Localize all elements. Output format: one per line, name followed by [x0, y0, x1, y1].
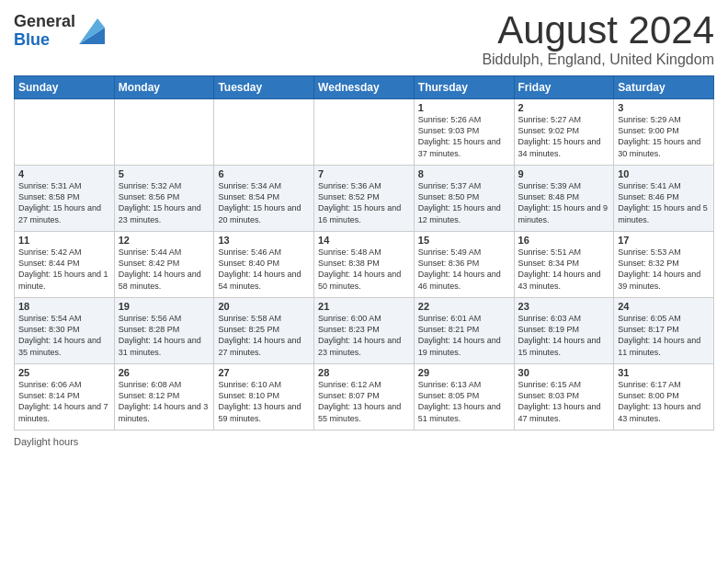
- day-number: 11: [18, 235, 110, 246]
- calendar-week-row: 1Sunrise: 5:26 AMSunset: 9:03 PMDaylight…: [15, 99, 714, 166]
- calendar-cell: 11Sunrise: 5:42 AMSunset: 8:44 PMDayligh…: [15, 232, 115, 298]
- day-info: Sunrise: 5:56 AMSunset: 8:28 PMDaylight:…: [119, 313, 210, 358]
- calendar-header-friday: Friday: [514, 76, 614, 99]
- day-number: 27: [218, 367, 310, 378]
- day-info: Sunrise: 6:00 AMSunset: 8:23 PMDaylight:…: [318, 313, 410, 358]
- day-number: 8: [418, 168, 510, 179]
- footer-note: Daylight hours: [14, 436, 714, 447]
- calendar-header-tuesday: Tuesday: [214, 76, 314, 99]
- day-number: 5: [119, 168, 210, 179]
- day-number: 29: [418, 367, 510, 378]
- day-info: Sunrise: 5:27 AMSunset: 9:02 PMDaylight:…: [518, 114, 610, 159]
- day-info: Sunrise: 6:13 AMSunset: 8:05 PMDaylight:…: [418, 379, 510, 424]
- calendar-cell: 4Sunrise: 5:31 AMSunset: 8:58 PMDaylight…: [15, 166, 115, 232]
- day-info: Sunrise: 5:34 AMSunset: 8:54 PMDaylight:…: [218, 180, 310, 225]
- calendar-cell: 17Sunrise: 5:53 AMSunset: 8:32 PMDayligh…: [614, 232, 714, 298]
- logo-icon: [79, 18, 105, 44]
- calendar-cell: 6Sunrise: 5:34 AMSunset: 8:54 PMDaylight…: [214, 166, 314, 232]
- calendar-week-row: 18Sunrise: 5:54 AMSunset: 8:30 PMDayligh…: [15, 298, 714, 364]
- calendar-cell: 3Sunrise: 5:29 AMSunset: 9:00 PMDaylight…: [614, 99, 714, 166]
- day-number: 1: [418, 102, 510, 113]
- day-info: Sunrise: 6:06 AMSunset: 8:14 PMDaylight:…: [18, 379, 110, 424]
- calendar-cell: 10Sunrise: 5:41 AMSunset: 8:46 PMDayligh…: [614, 166, 714, 232]
- calendar-cell: 19Sunrise: 5:56 AMSunset: 8:28 PMDayligh…: [114, 298, 214, 364]
- calendar-cell: 18Sunrise: 5:54 AMSunset: 8:30 PMDayligh…: [15, 298, 115, 364]
- day-number: 2: [518, 102, 610, 113]
- day-info: Sunrise: 5:48 AMSunset: 8:38 PMDaylight:…: [318, 247, 410, 292]
- day-info: Sunrise: 5:29 AMSunset: 9:00 PMDaylight:…: [618, 114, 710, 159]
- day-number: 15: [418, 235, 510, 246]
- calendar-cell: 20Sunrise: 5:58 AMSunset: 8:25 PMDayligh…: [214, 298, 314, 364]
- calendar-cell: [15, 99, 115, 166]
- calendar-cell: 27Sunrise: 6:10 AMSunset: 8:10 PMDayligh…: [214, 364, 314, 431]
- calendar-cell: 25Sunrise: 6:06 AMSunset: 8:14 PMDayligh…: [15, 364, 115, 431]
- day-info: Sunrise: 5:58 AMSunset: 8:25 PMDaylight:…: [218, 313, 310, 358]
- title-area: August 2024 Biddulph, England, United Ki…: [482, 9, 714, 68]
- calendar-cell: 14Sunrise: 5:48 AMSunset: 8:38 PMDayligh…: [314, 232, 415, 298]
- day-info: Sunrise: 5:49 AMSunset: 8:36 PMDaylight:…: [418, 247, 510, 292]
- day-info: Sunrise: 5:51 AMSunset: 8:34 PMDaylight:…: [518, 247, 610, 292]
- day-number: 24: [618, 301, 710, 312]
- day-info: Sunrise: 5:42 AMSunset: 8:44 PMDaylight:…: [18, 247, 110, 292]
- calendar-cell: 7Sunrise: 5:36 AMSunset: 8:52 PMDaylight…: [314, 166, 415, 232]
- calendar-cell: 15Sunrise: 5:49 AMSunset: 8:36 PMDayligh…: [414, 232, 514, 298]
- calendar-cell: 23Sunrise: 6:03 AMSunset: 8:19 PMDayligh…: [514, 298, 614, 364]
- calendar-table: SundayMondayTuesdayWednesdayThursdayFrid…: [14, 75, 714, 431]
- calendar-header-thursday: Thursday: [414, 76, 514, 99]
- day-info: Sunrise: 6:08 AMSunset: 8:12 PMDaylight:…: [119, 379, 210, 424]
- calendar-cell: 2Sunrise: 5:27 AMSunset: 9:02 PMDaylight…: [514, 99, 614, 166]
- calendar-cell: 21Sunrise: 6:00 AMSunset: 8:23 PMDayligh…: [314, 298, 415, 364]
- day-info: Sunrise: 6:03 AMSunset: 8:19 PMDaylight:…: [518, 313, 610, 358]
- day-number: 17: [618, 235, 710, 246]
- calendar-cell: 28Sunrise: 6:12 AMSunset: 8:07 PMDayligh…: [314, 364, 415, 431]
- day-info: Sunrise: 6:10 AMSunset: 8:10 PMDaylight:…: [218, 379, 310, 424]
- calendar-header-sunday: Sunday: [15, 76, 115, 99]
- calendar-cell: 29Sunrise: 6:13 AMSunset: 8:05 PMDayligh…: [414, 364, 514, 431]
- day-info: Sunrise: 5:54 AMSunset: 8:30 PMDaylight:…: [18, 313, 110, 358]
- day-info: Sunrise: 5:53 AMSunset: 8:32 PMDaylight:…: [618, 247, 710, 292]
- calendar-cell: 9Sunrise: 5:39 AMSunset: 8:48 PMDaylight…: [514, 166, 614, 232]
- day-number: 4: [18, 168, 110, 179]
- day-number: 23: [518, 301, 610, 312]
- day-number: 6: [218, 168, 310, 179]
- day-number: 3: [618, 102, 710, 113]
- day-info: Sunrise: 5:36 AMSunset: 8:52 PMDaylight:…: [318, 180, 410, 225]
- day-info: Sunrise: 5:46 AMSunset: 8:40 PMDaylight:…: [218, 247, 310, 292]
- calendar-cell: [214, 99, 314, 166]
- location-title: Biddulph, England, United Kingdom: [482, 52, 714, 68]
- calendar-cell: 5Sunrise: 5:32 AMSunset: 8:56 PMDaylight…: [114, 166, 214, 232]
- month-title: August 2024: [482, 9, 714, 52]
- calendar-cell: 30Sunrise: 6:15 AMSunset: 8:03 PMDayligh…: [514, 364, 614, 431]
- day-number: 9: [518, 168, 610, 179]
- calendar-week-row: 4Sunrise: 5:31 AMSunset: 8:58 PMDaylight…: [15, 166, 714, 232]
- day-number: 14: [318, 235, 410, 246]
- day-number: 19: [119, 301, 210, 312]
- page-header: General Blue August 2024 Biddulph, Engla…: [14, 9, 714, 68]
- calendar-cell: 12Sunrise: 5:44 AMSunset: 8:42 PMDayligh…: [114, 232, 214, 298]
- day-info: Sunrise: 5:26 AMSunset: 9:03 PMDaylight:…: [418, 114, 510, 159]
- calendar-week-row: 11Sunrise: 5:42 AMSunset: 8:44 PMDayligh…: [15, 232, 714, 298]
- calendar-cell: 22Sunrise: 6:01 AMSunset: 8:21 PMDayligh…: [414, 298, 514, 364]
- logo-general-text: General: [14, 13, 75, 31]
- calendar-header-wednesday: Wednesday: [314, 76, 415, 99]
- day-number: 26: [119, 367, 210, 378]
- calendar-cell: 8Sunrise: 5:37 AMSunset: 8:50 PMDaylight…: [414, 166, 514, 232]
- day-number: 25: [18, 367, 110, 378]
- calendar-header-saturday: Saturday: [614, 76, 714, 99]
- day-number: 12: [119, 235, 210, 246]
- calendar-header-row: SundayMondayTuesdayWednesdayThursdayFrid…: [15, 76, 714, 99]
- day-number: 31: [618, 367, 710, 378]
- logo-blue-text: Blue: [14, 31, 75, 50]
- day-number: 30: [518, 367, 610, 378]
- day-info: Sunrise: 5:39 AMSunset: 8:48 PMDaylight:…: [518, 180, 610, 225]
- day-number: 21: [318, 301, 410, 312]
- calendar-cell: [314, 99, 415, 166]
- day-info: Sunrise: 5:32 AMSunset: 8:56 PMDaylight:…: [119, 180, 210, 225]
- day-info: Sunrise: 5:41 AMSunset: 8:46 PMDaylight:…: [618, 180, 710, 225]
- day-number: 18: [18, 301, 110, 312]
- day-number: 22: [418, 301, 510, 312]
- day-info: Sunrise: 6:01 AMSunset: 8:21 PMDaylight:…: [418, 313, 510, 358]
- calendar-cell: 13Sunrise: 5:46 AMSunset: 8:40 PMDayligh…: [214, 232, 314, 298]
- calendar-cell: [114, 99, 214, 166]
- day-info: Sunrise: 5:44 AMSunset: 8:42 PMDaylight:…: [119, 247, 210, 292]
